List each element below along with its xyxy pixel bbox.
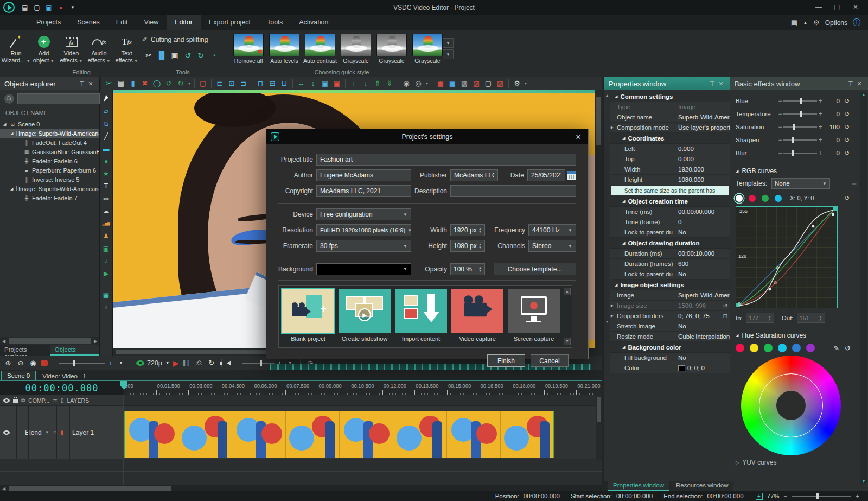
preview-zoom-slider[interactable] bbox=[792, 496, 851, 497]
slider-reset-icon[interactable]: ↺ bbox=[840, 110, 854, 118]
calendar-icon[interactable] bbox=[567, 171, 576, 180]
tab-properties-window[interactable]: Properties window bbox=[608, 481, 669, 491]
line-tool-icon[interactable]: ╱ bbox=[100, 130, 112, 142]
property-fill-background[interactable]: Fill backgroundNo bbox=[610, 353, 730, 363]
ribbon-button-video-effects[interactable]: fxVideoeffects▼ bbox=[59, 31, 84, 65]
menu-tab-scenes[interactable]: Scenes bbox=[69, 15, 108, 30]
effects-close-icon[interactable]: ✕ bbox=[855, 80, 864, 87]
scroll-down-icon[interactable]: ▼ bbox=[564, 338, 571, 345]
tree-item-paperburn-paperburn-6[interactable]: ▰Paperburn: Paperburn 6 bbox=[0, 166, 99, 175]
ribbon-button-text-effects[interactable]: TfxTexteffects▼ bbox=[114, 31, 139, 65]
rotate-cw-icon[interactable]: ↻ bbox=[194, 51, 207, 60]
preview-quality-icon[interactable] bbox=[136, 360, 144, 366]
marker-icon[interactable]: ▨ bbox=[494, 78, 506, 90]
pause-icon[interactable]: ◉ bbox=[28, 359, 38, 367]
slider-minus-button[interactable]: − bbox=[777, 97, 783, 105]
bring-front-icon[interactable]: ⇑ bbox=[372, 78, 384, 90]
tooltip-tool-icon[interactable]: ☁ bbox=[100, 205, 112, 217]
tree-item-fadeout-fadeout-4[interactable]: ╫FadeOut: FadeOut 4 bbox=[0, 138, 99, 147]
resolution-select[interactable]: Full HD 1920x1080 pixels (16:9)▼ bbox=[316, 224, 411, 236]
ribbon-button-add-object[interactable]: +Addobject▼ bbox=[31, 31, 56, 65]
scroll-up-icon[interactable]: ▲ bbox=[564, 288, 571, 295]
info-icon[interactable]: ⓘ bbox=[853, 18, 860, 28]
empty-track-row[interactable] bbox=[0, 472, 602, 484]
property-cropped-borders[interactable]: ▶Cropped borders0; 76; 0; 75⊡ bbox=[610, 311, 730, 321]
reset-icon[interactable]: ↺ bbox=[723, 303, 730, 309]
timeline-zoom-slider[interactable] bbox=[59, 363, 105, 364]
color-wheel[interactable] bbox=[741, 356, 841, 455]
grid-settings-icon[interactable]: ⚙ bbox=[511, 78, 523, 90]
hue-dot-2[interactable] bbox=[764, 344, 773, 352]
slider-handle[interactable] bbox=[793, 124, 795, 130]
tab-projects-explorer[interactable]: Projects explorer bbox=[0, 345, 50, 356]
center-vertical-icon[interactable]: ↕ bbox=[307, 78, 319, 90]
tree-item-scene-0[interactable]: ◢⊡Scene 0 bbox=[0, 119, 99, 129]
property-resize-mode[interactable]: Resize modeCubic interpolation bbox=[610, 332, 730, 342]
move-up-icon[interactable]: ↑ bbox=[348, 78, 360, 90]
copyright-input[interactable] bbox=[316, 185, 411, 197]
minimize-button[interactable]: — bbox=[809, 0, 828, 15]
property-value[interactable]: 0; 0; 0 bbox=[675, 365, 730, 371]
close-button[interactable]: ✕ bbox=[846, 0, 865, 15]
video-tool-icon[interactable]: ▶ bbox=[100, 267, 112, 280]
explorer-hscrollbar[interactable]: ◀ ▶ bbox=[0, 337, 99, 345]
scene-tab-scene-0[interactable]: Scene 0 bbox=[1, 371, 36, 380]
property-lock-to-parent-du[interactable]: Lock to parent duNo bbox=[610, 227, 730, 238]
freeshape-tool-icon[interactable]: ★ bbox=[100, 167, 112, 180]
ellipse-select-icon[interactable]: ◯ bbox=[151, 78, 163, 90]
quick-style-more-icon[interactable]: ▼ bbox=[443, 49, 454, 59]
green-channel-dot[interactable] bbox=[762, 195, 769, 202]
zoom-caret-icon[interactable]: ▼ bbox=[116, 360, 126, 365]
pin-icon[interactable]: ⊤ bbox=[78, 80, 86, 87]
capture-icon[interactable]: ● bbox=[55, 4, 67, 11]
slider-reset-icon[interactable]: ↺ bbox=[840, 123, 854, 131]
curve-template-select[interactable]: None ▼ bbox=[771, 178, 830, 189]
template-video-capture[interactable]: Video capture bbox=[451, 289, 503, 344]
ribbon-button-audio-effects[interactable]: fxAudioeffects▼ bbox=[86, 31, 112, 65]
speed-icon[interactable]: ◔ bbox=[207, 51, 220, 60]
property-left[interactable]: Left0.000 bbox=[610, 144, 730, 154]
tree-item-image-superb-wild-american-lan[interactable]: ◢Image: Superb-Wild-American-Lan bbox=[0, 184, 99, 193]
tab-resources-window[interactable]: Resources window bbox=[671, 481, 734, 491]
send-back-icon[interactable]: ⇓ bbox=[384, 78, 395, 90]
finish-button[interactable]: Finish bbox=[487, 354, 525, 367]
slider-value[interactable]: 0 bbox=[824, 137, 840, 143]
cyan-channel-dot[interactable] bbox=[775, 195, 782, 202]
property-value[interactable]: No bbox=[675, 271, 730, 277]
paste-icon[interactable]: ▮ bbox=[127, 78, 139, 90]
property-time-ms[interactable]: Time (ms)00:00:00.000 bbox=[610, 207, 730, 217]
ellipse-tool-icon[interactable]: ● bbox=[100, 155, 112, 167]
play-icon[interactable]: ▶ bbox=[173, 359, 179, 367]
section-image-object-settings[interactable]: ◢Image object settings bbox=[610, 280, 730, 290]
property-value[interactable]: Use layer's properties bbox=[675, 124, 730, 131]
slider-minus-button[interactable]: − bbox=[777, 136, 783, 144]
move-down-icon[interactable]: ↓ bbox=[360, 78, 372, 90]
align-middle-icon[interactable]: ⊟ bbox=[266, 78, 278, 90]
property-object-name[interactable]: Object nameSuperb-Wild-American bbox=[610, 112, 730, 123]
background-color-select[interactable]: ▼ bbox=[316, 263, 411, 275]
template-list-icon[interactable]: ≣ bbox=[851, 180, 857, 188]
rgb-curves-expander-icon[interactable]: ◢ bbox=[736, 169, 738, 173]
property-value[interactable]: 0.000 bbox=[675, 145, 730, 152]
tree-item-gaussianblur-gaussianblur-6[interactable]: ▦GaussianBlur: GaussianBlur 6 bbox=[0, 147, 99, 156]
crop-icon[interactable]: ⊡ bbox=[723, 313, 730, 319]
slider-value[interactable]: 0 bbox=[824, 98, 840, 104]
device-select[interactable]: Free configuration▼ bbox=[316, 208, 411, 220]
property-value[interactable]: 1920.000 bbox=[675, 166, 730, 173]
tree-item-fadein-fadein-7[interactable]: ╫FadeIn: FadeIn 7 bbox=[0, 193, 99, 202]
quick-access-caret-icon[interactable]: ▼ bbox=[67, 5, 79, 10]
property-height[interactable]: Height1080.000 bbox=[610, 175, 730, 185]
hue-dot-1[interactable] bbox=[750, 344, 758, 352]
align-top-icon[interactable]: ⊓ bbox=[254, 78, 266, 90]
slider-track[interactable] bbox=[783, 113, 817, 115]
rgb-curves-graph[interactable]: 255 128 0 bbox=[736, 206, 838, 308]
record-icon[interactable] bbox=[41, 360, 48, 366]
slider-plus-button[interactable]: + bbox=[817, 136, 824, 144]
tree-expander-icon[interactable]: ◢ bbox=[10, 131, 16, 136]
section-coordinates[interactable]: ◢Coordinates bbox=[610, 133, 730, 144]
slider-minus-button[interactable]: − bbox=[777, 110, 783, 118]
slider-value[interactable]: 100 bbox=[824, 124, 840, 130]
slider-value[interactable]: 0 bbox=[824, 150, 840, 156]
new-project-icon[interactable]: ▤ bbox=[19, 4, 31, 11]
quick-style-remove-all-0[interactable]: ✖Remove all bbox=[232, 34, 265, 64]
